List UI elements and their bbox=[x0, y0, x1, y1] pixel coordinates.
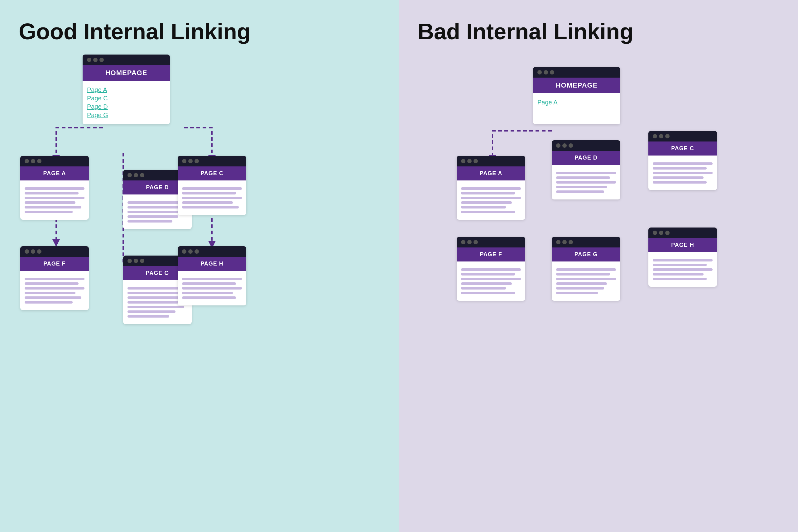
page-a-title: PAGE A bbox=[20, 167, 89, 180]
homepage-browser-bad: HOMEPAGE Page A bbox=[533, 67, 620, 125]
bad-page-g-browser: PAGE G bbox=[552, 237, 620, 301]
bar-a bbox=[20, 156, 89, 167]
good-title: Good Internal Linking bbox=[19, 19, 380, 44]
link-page-a[interactable]: Page A bbox=[87, 86, 166, 94]
dot1 bbox=[87, 58, 91, 62]
link-page-d[interactable]: Page D bbox=[87, 103, 166, 110]
homepage-links-good: Page A Page C Page D Page G bbox=[82, 81, 170, 125]
page-f-title: PAGE F bbox=[20, 257, 89, 271]
bad-page-c-title: PAGE C bbox=[648, 141, 717, 155]
page-a-browser: PAGE A bbox=[20, 156, 89, 220]
link-page-g[interactable]: Page G bbox=[87, 112, 166, 119]
good-linking-panel: Good Internal Linking HOMEPAGE Page A bbox=[0, 0, 399, 532]
browser-bar bbox=[82, 55, 170, 65]
bad-page-h-title: PAGE H bbox=[648, 238, 717, 252]
bad-page-g-title: PAGE G bbox=[552, 247, 620, 262]
homepage-title-good: HOMEPAGE bbox=[82, 65, 170, 81]
bad-link-page-a[interactable]: Page A bbox=[537, 99, 616, 106]
page-f-browser: PAGE F bbox=[20, 246, 89, 310]
bad-page-h-browser: PAGE H bbox=[648, 228, 717, 287]
dot2 bbox=[93, 58, 98, 62]
homepage-title-bad: HOMEPAGE bbox=[533, 78, 620, 93]
dot3 bbox=[99, 58, 104, 62]
page-h-title: PAGE H bbox=[178, 257, 246, 271]
bad-page-a-title: PAGE A bbox=[457, 167, 525, 180]
page-c-browser: PAGE C bbox=[178, 156, 246, 215]
page-h-browser: PAGE H bbox=[178, 246, 246, 305]
bad-linking-panel: Bad Internal Linking HOMEPAGE Page A PAG… bbox=[399, 0, 798, 532]
page-c-title: PAGE C bbox=[178, 167, 246, 180]
homepage-browser-good: HOMEPAGE Page A Page C Page D Page G bbox=[82, 55, 170, 125]
bad-page-f-title: PAGE F bbox=[457, 247, 525, 262]
link-page-c[interactable]: Page C bbox=[87, 95, 166, 102]
bad-page-d-title: PAGE D bbox=[552, 151, 620, 165]
bad-page-a-browser: PAGE A bbox=[457, 156, 525, 220]
bad-page-c-browser: PAGE C bbox=[648, 131, 717, 190]
bad-title: Bad Internal Linking bbox=[418, 19, 779, 44]
bad-page-d-browser: PAGE D bbox=[552, 140, 620, 200]
bad-page-f-browser: PAGE F bbox=[457, 237, 525, 301]
